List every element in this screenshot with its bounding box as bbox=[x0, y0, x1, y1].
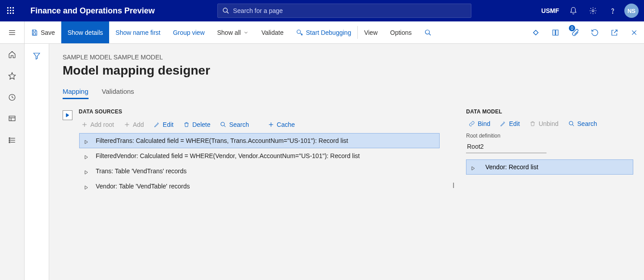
expand-toggle[interactable] bbox=[84, 169, 89, 173]
nav-toggle-button[interactable] bbox=[0, 21, 25, 44]
start-debugging-button[interactable]: Start Debugging bbox=[290, 21, 357, 43]
svg-rect-34 bbox=[9, 140, 10, 141]
tree-row[interactable]: Trans: Table 'VendTrans' records bbox=[79, 163, 440, 179]
data-sources-tree: FilteredTrans: Calculated field = WHERE(… bbox=[79, 133, 440, 194]
svg-rect-16 bbox=[33, 33, 35, 35]
rail-home-button[interactable] bbox=[0, 44, 25, 65]
group-view-button[interactable]: Group view bbox=[167, 21, 211, 43]
svg-rect-21 bbox=[534, 30, 538, 35]
star-icon bbox=[8, 72, 16, 80]
data-model-heading: DATA MODEL bbox=[466, 109, 633, 115]
tree-row[interactable]: FilteredVendor: Calculated field = WHERE… bbox=[79, 148, 440, 163]
expand-toggle[interactable] bbox=[84, 154, 89, 158]
show-details-button[interactable]: Show details bbox=[61, 21, 109, 43]
unbind-button[interactable]: Unbind bbox=[530, 120, 558, 127]
svg-marker-46 bbox=[85, 140, 88, 144]
svg-rect-2 bbox=[13, 7, 14, 8]
svg-marker-52 bbox=[472, 167, 475, 170]
dm-edit-button[interactable]: Edit bbox=[500, 120, 520, 127]
svg-line-43 bbox=[224, 125, 226, 127]
triangle-right-icon bbox=[84, 140, 89, 144]
validate-button[interactable]: Validate bbox=[255, 21, 290, 43]
expand-toggle[interactable] bbox=[84, 184, 89, 188]
workspace-icon bbox=[8, 115, 16, 123]
filter-pane-toggle[interactable] bbox=[25, 44, 49, 280]
top-right-group: USMF NS bbox=[541, 0, 644, 21]
tree-row[interactable]: Vendor: Table 'VendTable' records bbox=[79, 179, 440, 194]
dm-search-button[interactable]: Search bbox=[568, 120, 597, 127]
edit-button[interactable]: Edit bbox=[154, 121, 174, 128]
svg-marker-48 bbox=[85, 171, 88, 174]
rail-favorites-button[interactable] bbox=[0, 65, 25, 87]
rail-recent-button[interactable] bbox=[0, 87, 25, 108]
svg-rect-27 bbox=[9, 116, 15, 121]
root-definition-input[interactable] bbox=[466, 140, 547, 153]
global-search-input[interactable] bbox=[233, 7, 466, 14]
svg-rect-6 bbox=[7, 13, 8, 14]
view-menu[interactable]: View bbox=[358, 21, 384, 43]
rail-modules-button[interactable] bbox=[0, 130, 25, 151]
options-menu[interactable]: Options bbox=[384, 21, 418, 43]
svg-rect-3 bbox=[7, 10, 8, 11]
svg-marker-36 bbox=[34, 53, 40, 59]
personalize-button[interactable] bbox=[526, 21, 546, 44]
plus-icon bbox=[81, 121, 88, 128]
ds-search-button[interactable]: Search bbox=[220, 121, 249, 128]
tree-row[interactable]: FilteredTrans: Calculated field = WHERE(… bbox=[79, 133, 440, 148]
data-sources-heading: DATA SOURCES bbox=[79, 109, 440, 115]
tree-row[interactable]: Vendor: Record list bbox=[466, 159, 633, 175]
close-icon bbox=[631, 29, 638, 36]
popout-button[interactable] bbox=[605, 21, 624, 44]
global-search[interactable] bbox=[217, 4, 471, 18]
hamburger-icon bbox=[8, 29, 16, 37]
add-root-button[interactable]: Add root bbox=[81, 121, 114, 128]
svg-point-50 bbox=[569, 121, 573, 125]
svg-point-17 bbox=[297, 30, 301, 33]
show-all-dropdown[interactable]: Show all bbox=[211, 21, 255, 43]
page-info-button[interactable] bbox=[546, 21, 565, 44]
svg-marker-37 bbox=[66, 113, 69, 117]
list-icon bbox=[8, 136, 16, 144]
close-button[interactable] bbox=[624, 21, 644, 44]
rail-workspaces-button[interactable] bbox=[0, 108, 25, 130]
tab-mapping[interactable]: Mapping bbox=[63, 88, 89, 99]
show-name-first-button[interactable]: Show name first bbox=[109, 21, 166, 43]
cache-button[interactable]: Cache bbox=[268, 121, 295, 128]
collapse-datasource-types-button[interactable] bbox=[63, 110, 72, 120]
help-button[interactable] bbox=[603, 0, 623, 21]
breadcrumb: SAMPLE MODEL SAMPLE MODEL bbox=[63, 54, 633, 61]
expand-toggle[interactable] bbox=[84, 138, 89, 143]
top-navbar: Finance and Operations Preview USMF NS bbox=[0, 0, 644, 21]
svg-marker-49 bbox=[85, 186, 88, 189]
refresh-button[interactable] bbox=[585, 21, 605, 44]
user-avatar[interactable]: NS bbox=[624, 4, 639, 18]
search-icon bbox=[222, 7, 229, 14]
notifications-button[interactable] bbox=[564, 0, 583, 21]
save-button[interactable]: Save bbox=[25, 21, 61, 43]
waffle-icon bbox=[7, 7, 14, 14]
svg-point-11 bbox=[592, 10, 594, 12]
plus-icon bbox=[124, 121, 130, 128]
search-icon bbox=[220, 121, 226, 128]
company-code[interactable]: USMF bbox=[541, 7, 559, 14]
root-definition-label: Root definition bbox=[466, 133, 633, 139]
find-button[interactable] bbox=[418, 21, 438, 43]
attachments-button[interactable]: 0 bbox=[565, 21, 585, 44]
splitter-handle[interactable]: || bbox=[453, 182, 453, 188]
svg-rect-1 bbox=[10, 7, 11, 8]
save-label: Save bbox=[41, 29, 55, 36]
triangle-right-icon bbox=[84, 170, 89, 175]
delete-button[interactable]: Delete bbox=[183, 121, 210, 128]
bind-button[interactable]: Bind bbox=[469, 120, 490, 127]
add-button[interactable]: Add bbox=[124, 121, 144, 128]
tree-row-label: Vendor: Record list bbox=[485, 163, 538, 171]
settings-button[interactable] bbox=[583, 0, 603, 21]
svg-point-19 bbox=[425, 30, 429, 34]
home-icon bbox=[8, 50, 16, 59]
app-launcher-button[interactable] bbox=[0, 0, 21, 21]
expand-toggle[interactable] bbox=[471, 165, 475, 169]
data-model-panel: DATA MODEL Bind Edit Unbind Search bbox=[466, 109, 633, 175]
tab-validations[interactable]: Validations bbox=[102, 88, 134, 99]
svg-point-12 bbox=[612, 13, 613, 13]
svg-point-42 bbox=[221, 122, 225, 126]
